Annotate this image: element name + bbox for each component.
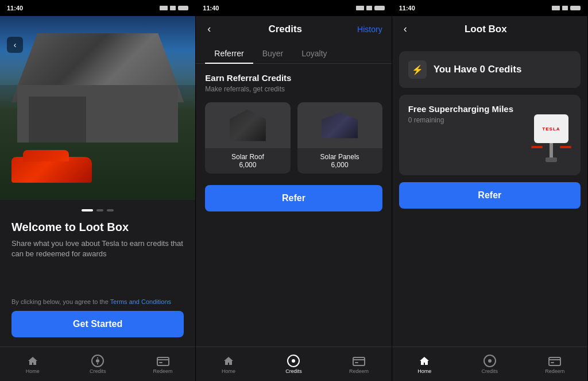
supercharger-visual: TESLA bbox=[531, 114, 571, 166]
panel-credits: 11:40 ‹ Credits History Referrer Buyer L… bbox=[196, 0, 392, 381]
wifi-icon-3 bbox=[562, 6, 568, 10]
dot-2 bbox=[96, 209, 103, 211]
supercharging-card: Free Supercharging Miles 0 remaining TES… bbox=[399, 95, 581, 175]
svg-rect-3 bbox=[159, 362, 163, 363]
nav-home-label-1: Home bbox=[26, 368, 40, 374]
tab-loyalty[interactable]: Loyalty bbox=[292, 44, 336, 64]
solar-roof-visual bbox=[227, 110, 268, 141]
back-button-2[interactable]: ‹ bbox=[205, 21, 213, 37]
credits-icon-1 bbox=[91, 355, 104, 367]
nav-credits-3[interactable]: Credits bbox=[457, 355, 522, 374]
wifi-icon bbox=[170, 6, 176, 10]
signal-icon bbox=[160, 6, 168, 10]
status-bar-1: 11:40 bbox=[0, 0, 195, 16]
wifi-icon-2 bbox=[366, 6, 372, 10]
supercharging-title: Free Supercharging Miles bbox=[408, 104, 571, 114]
get-started-button[interactable]: Get Started bbox=[11, 311, 184, 337]
solar-roof-name: Solar Roof bbox=[210, 153, 285, 161]
panel-lootbox: 11:40 ‹ Loot Box ⚡ You Have 0 Credits Fr… bbox=[392, 0, 588, 381]
product-solar-panels[interactable]: Solar Panels 6,000 bbox=[297, 102, 382, 174]
panel-intro: 11:40 ‹ Welcome to Loot Box Share what y… bbox=[0, 0, 196, 381]
bottom-nav-3: Home Credits Redeem bbox=[392, 347, 587, 381]
pagination-dots bbox=[11, 209, 184, 211]
nav-home-label-2: Home bbox=[222, 368, 235, 374]
nav-credits-label-2: Credits bbox=[285, 368, 302, 374]
credits-count-card: ⚡ You Have 0 Credits bbox=[399, 51, 581, 88]
home-icon-2 bbox=[222, 355, 235, 367]
signal-icon-2 bbox=[356, 6, 364, 10]
back-button-1[interactable]: ‹ bbox=[7, 37, 23, 53]
nav-home-1[interactable]: Home bbox=[0, 355, 65, 374]
nav-home-3[interactable]: Home bbox=[392, 355, 457, 374]
svg-point-5 bbox=[292, 359, 295, 363]
svg-rect-6 bbox=[353, 357, 365, 365]
lootbox-nav: ‹ Loot Box bbox=[401, 21, 578, 37]
svg-point-1 bbox=[96, 359, 99, 363]
nav-credits-label-1: Credits bbox=[90, 368, 106, 374]
products-grid: Solar Roof 6,000 Solar Panels 6,000 bbox=[205, 102, 382, 174]
lootbox-body: ⚡ You Have 0 Credits Free Supercharging … bbox=[392, 44, 587, 347]
product-solar-roof[interactable]: Solar Roof 6,000 bbox=[205, 102, 290, 174]
solar-panels-visual bbox=[320, 111, 360, 140]
status-icons-1 bbox=[160, 6, 188, 10]
solar-roof-info: Solar Roof 6,000 bbox=[205, 148, 290, 174]
nav-credits-label-3: Credits bbox=[482, 368, 498, 374]
svg-point-9 bbox=[488, 359, 492, 363]
refer-button-2[interactable]: Refer bbox=[205, 185, 382, 211]
credits-page-title: Credits bbox=[268, 24, 302, 35]
status-time-2: 11:40 bbox=[203, 5, 219, 11]
solar-roof-image bbox=[205, 102, 290, 148]
supercharger-right-arm bbox=[560, 146, 571, 148]
nav-redeem-label-3: Redeem bbox=[545, 368, 564, 374]
redeem-icon-1 bbox=[157, 355, 169, 367]
solar-panels-name: Solar Panels bbox=[302, 153, 378, 161]
history-button[interactable]: History bbox=[357, 25, 382, 34]
intro-content: Welcome to Loot Box Share what you love … bbox=[0, 200, 195, 347]
battery-icon-3 bbox=[570, 6, 581, 10]
credits-body: Earn Referral Credits Make referrals, ge… bbox=[196, 64, 391, 347]
nav-home-2[interactable]: Home bbox=[196, 355, 261, 374]
credits-count-text: You Have 0 Credits bbox=[434, 64, 522, 75]
dot-1 bbox=[82, 209, 93, 211]
nav-redeem-2[interactable]: Redeem bbox=[326, 355, 391, 374]
solar-panels-info: Solar Panels 6,000 bbox=[297, 148, 382, 174]
bottom-nav-1: Home Credits Redeem bbox=[0, 347, 195, 381]
tesla-logo-label: TESLA bbox=[534, 114, 568, 143]
lootbox-page-title: Loot Box bbox=[465, 24, 507, 35]
credits-nav: ‹ Credits History bbox=[205, 21, 382, 37]
status-bar-2: 11:40 bbox=[196, 0, 391, 16]
nav-redeem-3[interactable]: Redeem bbox=[523, 355, 587, 374]
svg-rect-7 bbox=[355, 362, 358, 363]
nav-redeem-1[interactable]: Redeem bbox=[130, 355, 195, 374]
nav-home-label-3: Home bbox=[417, 368, 431, 374]
refer-button-3[interactable]: Refer bbox=[399, 182, 581, 209]
nav-credits-1[interactable]: Credits bbox=[65, 355, 130, 374]
earn-subtitle: Make referrals, get credits bbox=[205, 85, 382, 93]
status-bar-3: 11:40 bbox=[392, 0, 587, 16]
supercharger-base bbox=[546, 157, 557, 162]
nav-redeem-label-1: Redeem bbox=[153, 368, 173, 374]
tab-buyer[interactable]: Buyer bbox=[253, 44, 293, 64]
back-button-3[interactable]: ‹ bbox=[401, 21, 409, 37]
bottom-nav-2: Home Credits Redeem bbox=[196, 347, 391, 381]
tab-referrer[interactable]: Referrer bbox=[205, 44, 253, 64]
solar-roof-credits: 6,000 bbox=[210, 161, 285, 169]
signal-icon-3 bbox=[552, 6, 560, 10]
battery-icon bbox=[178, 6, 188, 10]
hero-image: ‹ bbox=[0, 16, 195, 200]
intro-subtitle: Share what you love about Tesla to earn … bbox=[11, 238, 184, 259]
svg-rect-2 bbox=[157, 357, 169, 365]
dot-3 bbox=[107, 209, 114, 211]
lightning-icon: ⚡ bbox=[408, 60, 427, 79]
status-icons-2 bbox=[356, 6, 385, 10]
nav-redeem-label-2: Redeem bbox=[349, 368, 369, 374]
redeem-icon-2 bbox=[353, 355, 365, 367]
status-icons-3 bbox=[552, 6, 581, 10]
terms-text: By clicking below, you agree to the Term… bbox=[11, 298, 184, 305]
status-time-1: 11:40 bbox=[7, 5, 23, 11]
svg-rect-11 bbox=[551, 362, 554, 363]
nav-credits-2[interactable]: Credits bbox=[261, 355, 326, 374]
credits-icon-3 bbox=[483, 355, 496, 367]
supercharger-left-arm bbox=[531, 146, 543, 148]
terms-link[interactable]: Terms and Conditions bbox=[110, 298, 171, 305]
